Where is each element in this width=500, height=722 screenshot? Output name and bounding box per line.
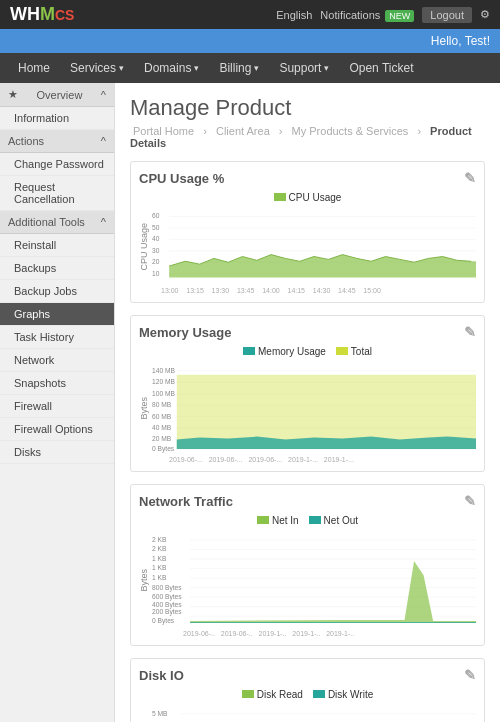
- language-selector[interactable]: English: [276, 9, 312, 21]
- chart-disk-edit-icon[interactable]: ✎: [464, 667, 476, 683]
- svg-text:100 MB: 100 MB: [152, 390, 175, 397]
- chart-memory-legend: Memory Usage Total: [139, 346, 476, 357]
- settings-icon[interactable]: ⚙: [480, 8, 490, 21]
- sidebar-item-change-password[interactable]: Change Password: [0, 153, 114, 176]
- svg-text:50: 50: [152, 224, 160, 231]
- sidebar-item-backups[interactable]: Backups: [0, 257, 114, 280]
- chart-disk-legend: Disk Read Disk Write: [139, 689, 476, 700]
- chevron-icon: ^: [101, 89, 106, 101]
- nav-item-domains[interactable]: Domains ▾: [134, 53, 209, 83]
- nav-item-support[interactable]: Support ▾: [269, 53, 339, 83]
- svg-text:80 MB: 80 MB: [152, 401, 172, 408]
- svg-text:1 KB: 1 KB: [152, 574, 167, 581]
- sidebar: ★ Overview ^ Information Actions ^ Chang…: [0, 83, 115, 722]
- nav-item-open-ticket[interactable]: Open Ticket: [339, 53, 423, 83]
- sidebar-item-network[interactable]: Network: [0, 349, 114, 372]
- memory-y-label: Bytes: [139, 397, 149, 420]
- page-title: Manage Product: [130, 95, 485, 121]
- actions-label: Actions: [8, 135, 101, 147]
- cpu-y-label: CPU Usage: [139, 223, 149, 271]
- memory-chart-svg: 140 MB 120 MB 100 MB 80 MB 60 MB 40 MB 2…: [152, 361, 476, 456]
- memory-x-axis: 2019-06-... 2019-06-... 2019-06-... 2019…: [139, 456, 476, 463]
- sidebar-item-reinstall[interactable]: Reinstall: [0, 234, 114, 257]
- svg-text:1 KB: 1 KB: [152, 555, 167, 562]
- network-y-label: Bytes: [139, 569, 149, 592]
- sidebar-item-graphs[interactable]: Graphs: [0, 303, 114, 326]
- chart-cpu-edit-icon[interactable]: ✎: [464, 170, 476, 186]
- svg-text:10: 10: [152, 270, 160, 277]
- overview-star-icon: ★: [8, 88, 18, 101]
- chart-cpu-usage: CPU Usage % ✎ CPU Usage CPU Usage 60 50 …: [130, 161, 485, 303]
- hello-bar: Hello, Test!: [0, 29, 500, 53]
- nav-item-home[interactable]: Home: [8, 53, 60, 83]
- nav-item-services[interactable]: Services ▾: [60, 53, 134, 83]
- sidebar-item-firewall[interactable]: Firewall: [0, 395, 114, 418]
- sidebar-section-additional-tools[interactable]: Additional Tools ^: [0, 211, 114, 234]
- svg-text:60 MB: 60 MB: [152, 413, 172, 420]
- breadcrumb: Portal Home › Client Area › My Products …: [130, 125, 485, 149]
- additional-tools-chevron-icon: ^: [101, 216, 106, 228]
- svg-text:0 Bytes: 0 Bytes: [152, 617, 175, 625]
- disk-chart-svg: 5 MB 4 MB 4 MB 3 MB 2 MB 1 MB 500 KB 0 B…: [152, 704, 476, 722]
- breadcrumb-portal-home[interactable]: Portal Home: [133, 125, 194, 137]
- svg-text:2 KB: 2 KB: [152, 536, 167, 543]
- svg-text:40: 40: [152, 235, 160, 242]
- svg-text:200 Bytes: 200 Bytes: [152, 608, 182, 616]
- header-right: English Notifications NEW Logout ⚙: [276, 7, 490, 23]
- nav-item-billing[interactable]: Billing ▾: [209, 53, 269, 83]
- network-x-axis: 2019-06-.. 2019-06-.. 2019-1-.. 2019-1-.…: [139, 630, 476, 637]
- svg-text:20 MB: 20 MB: [152, 435, 172, 442]
- notifications-badge: NEW: [385, 10, 414, 22]
- cpu-chart-svg: 60 50 40 30 20 10: [152, 207, 476, 287]
- svg-text:20: 20: [152, 258, 160, 265]
- svg-text:2 KB: 2 KB: [152, 545, 167, 552]
- layout: ★ Overview ^ Information Actions ^ Chang…: [0, 83, 500, 722]
- chart-memory-usage: Memory Usage ✎ Memory Usage Total Bytes …: [130, 315, 485, 472]
- svg-text:800 Bytes: 800 Bytes: [152, 584, 182, 592]
- sidebar-item-snapshots[interactable]: Snapshots: [0, 372, 114, 395]
- additional-tools-label: Additional Tools: [8, 216, 101, 228]
- svg-text:1 KB: 1 KB: [152, 564, 167, 571]
- sidebar-item-firewall-options[interactable]: Firewall Options: [0, 418, 114, 441]
- sidebar-section-overview[interactable]: ★ Overview ^: [0, 83, 114, 107]
- main-nav: Home Services ▾ Domains ▾ Billing ▾ Supp…: [0, 53, 500, 83]
- network-chart-svg: 2 KB 2 KB 1 KB 1 KB 1 KB 800 Bytes 600 B…: [152, 530, 476, 630]
- chart-cpu-title: CPU Usage % ✎: [139, 170, 476, 186]
- sidebar-item-request-cancellation[interactable]: Request Cancellation: [0, 176, 114, 211]
- svg-text:60: 60: [152, 212, 160, 219]
- svg-marker-50: [190, 561, 476, 623]
- logout-button[interactable]: Logout: [422, 7, 472, 23]
- chart-network-edit-icon[interactable]: ✎: [464, 493, 476, 509]
- svg-marker-30: [177, 437, 476, 449]
- cpu-x-axis: 13:00 13:15 13:30 13:45 14:00 14:15 14:3…: [139, 287, 476, 294]
- svg-text:40 MB: 40 MB: [152, 424, 172, 431]
- notifications-button[interactable]: Notifications NEW: [320, 9, 414, 21]
- svg-text:0 Bytes: 0 Bytes: [152, 445, 175, 453]
- actions-chevron-icon: ^: [101, 135, 106, 147]
- chart-network-title: Network Traffic ✎: [139, 493, 476, 509]
- hello-text: Hello, Test!: [431, 34, 490, 48]
- svg-marker-51: [190, 622, 476, 623]
- breadcrumb-my-products[interactable]: My Products & Services: [292, 125, 409, 137]
- svg-text:5 MB: 5 MB: [152, 710, 168, 717]
- chart-network-traffic: Network Traffic ✎ Net In Net Out Bytes 2…: [130, 484, 485, 646]
- main-content: Manage Product Portal Home › Client Area…: [115, 83, 500, 722]
- sidebar-item-task-history[interactable]: Task History: [0, 326, 114, 349]
- chart-disk-io: Disk IO ✎ Disk Read Disk Write Bytes 5 M…: [130, 658, 485, 722]
- sidebar-section-label-overview: Overview: [36, 89, 82, 101]
- header-bar: WHMCS English Notifications NEW Logout ⚙: [0, 0, 500, 29]
- sidebar-section-actions[interactable]: Actions ^: [0, 130, 114, 153]
- logo: WHMCS: [10, 4, 74, 25]
- chart-network-legend: Net In Net Out: [139, 515, 476, 526]
- chart-memory-title: Memory Usage ✎: [139, 324, 476, 340]
- svg-text:120 MB: 120 MB: [152, 378, 175, 385]
- svg-text:140 MB: 140 MB: [152, 367, 175, 374]
- chart-memory-edit-icon[interactable]: ✎: [464, 324, 476, 340]
- breadcrumb-client-area[interactable]: Client Area: [216, 125, 270, 137]
- sidebar-item-disks[interactable]: Disks: [0, 441, 114, 464]
- chart-disk-title: Disk IO ✎: [139, 667, 476, 683]
- sidebar-item-information[interactable]: Information: [0, 107, 114, 130]
- sidebar-item-backup-jobs[interactable]: Backup Jobs: [0, 280, 114, 303]
- svg-text:30: 30: [152, 247, 160, 254]
- chart-cpu-legend: CPU Usage: [139, 192, 476, 203]
